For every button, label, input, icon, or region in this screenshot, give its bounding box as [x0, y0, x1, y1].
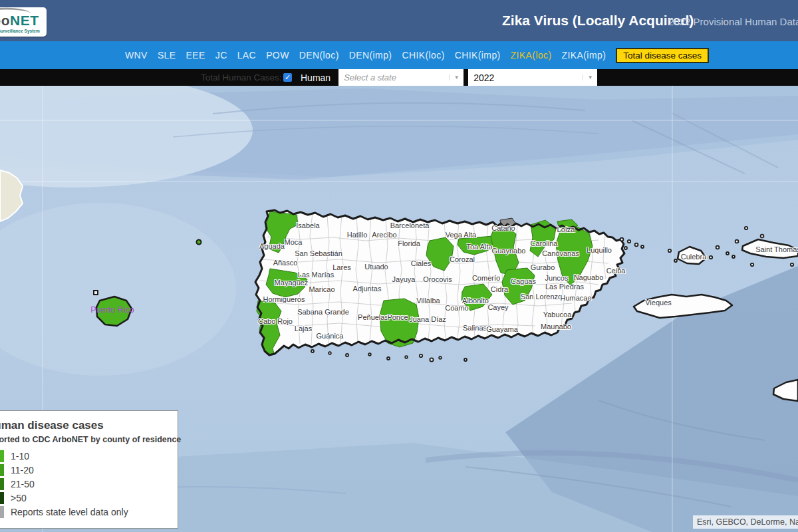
municipality-label-gurabo: Gurabo: [531, 263, 555, 271]
municipality-label-juncos: Juncos: [545, 274, 569, 282]
filter-bar: Total Human Cases: ✓ Human Select a stat…: [0, 69, 798, 86]
legend-item: >50: [0, 491, 178, 504]
legend-swatch: [0, 506, 4, 518]
nav-item-zikaloc[interactable]: ZIKA(loc): [511, 50, 552, 61]
human-checkbox[interactable]: ✓: [283, 73, 292, 82]
municipality-label-cidra: Cidra: [491, 285, 508, 293]
municipality-label-guaynabo: Guaynabo: [492, 247, 526, 255]
legend-item: 1-10: [0, 450, 178, 462]
municipality-label-lajas: Lajas: [295, 325, 312, 332]
municipality-label-florida: Florida: [398, 239, 420, 247]
nav-item-wnv[interactable]: WNV: [125, 50, 148, 61]
municipality-label-hatillo: Hatillo: [347, 231, 368, 239]
municipality-label-cataño: Cataño: [491, 224, 515, 232]
legend-subtitle: reported to CDC ArboNET by county of res…: [0, 435, 178, 444]
page-title: Zika Virus (Locally Acquired): [502, 13, 694, 29]
municipality-label-aibonito: Aibonito: [462, 297, 489, 305]
municipality-label-mayagüez: Mayagüez: [275, 279, 309, 287]
total-disease-cases-button[interactable]: Total disease cases: [616, 48, 709, 63]
app-header: ArboNET Arbovirus Surveillance System Zi…: [0, 0, 798, 41]
municipality-label-culebra: Culebra: [681, 253, 707, 261]
municipality-label-vieques: Vieques: [645, 299, 672, 307]
municipality-label-juana-díaz: Juana Díaz: [409, 315, 446, 323]
municipality-label-loíza: Loíza: [557, 225, 575, 233]
municipality-label-ponce: Ponce: [387, 313, 408, 321]
municipality-label-sabana-grande: Sabana Grande: [297, 308, 349, 316]
nav-item-jc[interactable]: JC: [215, 50, 227, 61]
total-human-cases-label: Total Human Cases:: [201, 72, 279, 82]
state-select-placeholder: Select a state: [338, 72, 449, 82]
municipality-label-jayuya: Jayuya: [392, 275, 416, 283]
municipality-label-villalba: Villalba: [416, 297, 440, 305]
human-label: Human: [301, 72, 331, 83]
year-select[interactable]: 2022 ▼: [468, 69, 597, 86]
legend-item: 21-50: [0, 477, 178, 490]
nav-item-chikloc[interactable]: CHIK(loc): [402, 50, 444, 61]
state-select[interactable]: Select a state ▼: [338, 69, 464, 86]
municipality-label-salinas: Salinas: [463, 324, 487, 332]
legend-item: 11-20: [0, 464, 178, 476]
legend-swatch: [0, 492, 4, 504]
municipality-label-añasco: Añasco: [273, 259, 298, 267]
municipality-label-luquillo: Luquillo: [587, 246, 612, 254]
municipality-label-coamo: Coamo: [445, 304, 468, 312]
map-attribution: Esri, GEBCO, DeLorme, Natu: [693, 515, 798, 529]
municipality-label-hormigueros: Hormigueros: [263, 295, 305, 303]
desecheo-island[interactable]: [197, 240, 201, 245]
arbonet-app: ArboNET Arbovirus Surveillance System Zi…: [0, 0, 798, 532]
municipality-label-yabucoa: Yabucoa: [543, 311, 572, 319]
legend-swatch: [0, 464, 4, 476]
nav-item-chikimp[interactable]: CHIK(imp): [455, 50, 501, 61]
municipality-label-ciales: Ciales: [411, 259, 432, 267]
logo-suffix: NET: [10, 13, 39, 28]
map-canvas[interactable]: IsabelaAguadaMocaSan SebastiánAñascoLas …: [0, 86, 798, 532]
municipality-label-isabela: Isabela: [296, 221, 319, 229]
municipality-label-las-marías: Las Marías: [298, 271, 334, 279]
municipality-label-orocovis: Orocovis: [423, 275, 452, 283]
legend-label: >50: [11, 493, 27, 503]
municipality-label-san-lorenzo: San Lorenzo: [521, 293, 562, 301]
nav-item-lac[interactable]: LAC: [237, 50, 256, 61]
municipality-label-carolina: Carolina: [531, 239, 558, 247]
municipality-label-peñuelas: Peñuelas: [358, 313, 388, 321]
disease-nav-items: WNVSLEEEEJCLACPOWDEN(loc)DEN(imp)CHIK(lo…: [125, 50, 606, 61]
municipality-label-las-piedras: Las Piedras: [545, 283, 584, 291]
municipality-label-san-sebastián: San Sebastián: [295, 249, 342, 257]
municipality-label-cabo-rojo: Cabo Rojo: [258, 317, 293, 325]
chevron-down-icon[interactable]: ▼: [449, 74, 464, 80]
municipality-label-saint-thomas: Saint Thomas: [755, 245, 798, 253]
municipality-label-cayey: Cayey: [487, 303, 508, 311]
municipality-label-corozal: Corozal: [450, 255, 475, 263]
nav-item-sle[interactable]: SLE: [158, 50, 176, 61]
municipality-label-vega-alta: Vega Alta: [446, 231, 477, 239]
logo-text: ArboNET: [0, 13, 39, 29]
legend-swatch: [0, 478, 4, 490]
municipality-label-arecibo: Arecibo: [372, 231, 396, 239]
legend-panel: Human disease cases reported to CDC Arbo…: [0, 410, 178, 529]
nav-item-denloc[interactable]: DEN(loc): [299, 50, 339, 61]
nav-item-zikaimp[interactable]: ZIKA(imp): [562, 50, 606, 61]
legend-title: Human disease cases: [0, 419, 178, 432]
disease-nav: WNVSLEEEEJCLACPOWDEN(loc)DEN(imp)CHIK(lo…: [0, 41, 798, 69]
municipality-label-toa-alta: Toa Alta: [466, 243, 492, 251]
legend-label: 1-10: [11, 451, 29, 462]
municipality-label-guayama: Guayama: [486, 325, 518, 333]
municipality-label-adjuntas: Adjuntas: [353, 285, 382, 293]
legend-label: 21-50: [11, 479, 35, 489]
municipality-label-guánica: Guánica: [317, 332, 344, 340]
state-label-puerto-rico: Puerto Rico: [90, 305, 134, 315]
arbonet-logo[interactable]: ArboNET Arbovirus Surveillance System: [0, 7, 47, 37]
municipality-label-aguada: Aguada: [259, 242, 285, 250]
nav-item-eee[interactable]: EEE: [186, 50, 205, 61]
municipality-label-utuado: Utuado: [364, 263, 388, 271]
chevron-down-icon[interactable]: ▼: [583, 74, 597, 80]
year-select-value: 2022: [468, 72, 583, 83]
municipality-label-comerío: Comerío: [472, 274, 500, 282]
nav-item-denimp[interactable]: DEN(imp): [349, 50, 392, 61]
legend-swatch: [0, 450, 4, 462]
municipality-label-ceiba: Ceiba: [606, 267, 626, 275]
legend-items: 1-1011-2021-50>50Reports state level dat…: [0, 450, 178, 518]
nav-item-pow[interactable]: POW: [266, 50, 289, 61]
legend-label: Reports state level data only: [11, 507, 128, 517]
municipality-label-barceloneta: Barceloneta: [390, 221, 430, 229]
